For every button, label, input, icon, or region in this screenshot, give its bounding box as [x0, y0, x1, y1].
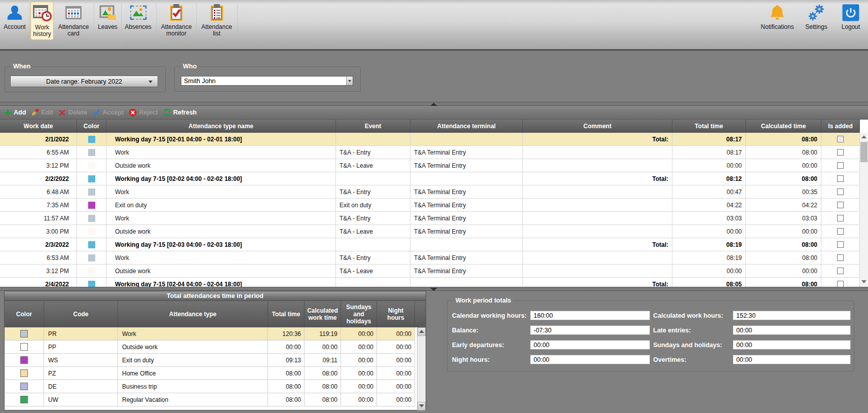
grid-header-cell[interactable]: Work date [0, 120, 77, 133]
grid-header-cell[interactable]: Attendance terminal [410, 120, 523, 133]
bottom-splitter[interactable] [0, 287, 868, 291]
grid-row[interactable]: 2/1/2022Working day 7-15 [02-01 04:00 - … [0, 133, 860, 146]
totals-field-input[interactable]: 00:00 [733, 355, 851, 364]
is-added-checkbox[interactable] [837, 215, 844, 221]
summary-cell-sundays: 00:00 [341, 380, 377, 393]
toolbar-button-leaves[interactable]: Leaves [95, 2, 121, 40]
totals-field-label: Early departures: [452, 342, 504, 349]
summary-cell-type: Home Office [118, 367, 268, 380]
is-added-checkbox[interactable] [837, 149, 844, 156]
when-label: When [11, 63, 32, 70]
summary-header-cell[interactable]: Code [44, 301, 118, 327]
grid-header-cell[interactable]: Total time [672, 120, 746, 133]
work-period-totals-label: Work period totals [454, 297, 513, 304]
is-added-checkbox[interactable] [837, 228, 844, 235]
summary-header-cell[interactable]: Color [5, 301, 44, 327]
summary-header-cell[interactable]: Attendance type [118, 301, 268, 327]
color-swatch [88, 175, 95, 182]
summary-row[interactable]: UW Regular Vacation 08:00 08:00 00:00 00… [5, 393, 415, 406]
reject-button[interactable]: Reject [127, 107, 160, 118]
combo-dropdown-button[interactable] [346, 77, 353, 85]
grid-header-row: Work dateColorAttendance type nameEventA… [0, 120, 860, 133]
grid-row[interactable]: 6:55 AMWorkT&A - EntryT&A Terminal Entry… [0, 146, 860, 159]
is-added-checkbox[interactable] [837, 241, 844, 248]
toolbar-button-label: Logout [836, 24, 866, 30]
scroll-down-button[interactable] [860, 278, 868, 286]
summary-header-cell[interactable]: Calculatedwork time [305, 301, 341, 327]
grid-row[interactable]: 2/2/2022Working day 7-15 [02-02 04:00 - … [0, 172, 860, 185]
grid-cell-added [821, 185, 860, 198]
collapse-down-icon[interactable] [430, 288, 437, 291]
add-button[interactable]: Add [2, 107, 27, 118]
grid-cell-term: T&A Terminal Entry [410, 225, 523, 238]
scroll-down-button[interactable] [418, 402, 426, 410]
is-added-checkbox[interactable] [837, 162, 844, 169]
grid-cell-comment: Total: [523, 133, 672, 145]
is-added-checkbox[interactable] [837, 281, 844, 287]
is-added-checkbox[interactable] [837, 136, 844, 142]
grid-header-cell[interactable]: Calculated time [746, 120, 821, 133]
grid-row[interactable]: 11:57 AMWorkT&A - EntryT&A Terminal Entr… [0, 212, 860, 225]
toolbar-separator [156, 0, 157, 48]
toolbar-button-notifications[interactable]: Notifications [757, 2, 798, 40]
totals-field-input[interactable]: 00:00 [530, 340, 650, 350]
totals-field-input[interactable]: 00:00 [733, 340, 851, 350]
grid-row[interactable]: 3:12 PMOutside workT&A - LeaveT&A Termin… [0, 159, 860, 172]
grid-cell-date: 2/3/2022 [0, 238, 77, 251]
toolbar-button-absences[interactable]: Absences [122, 2, 155, 40]
grid-row[interactable]: 2/3/2022Working day 7-15 [02-03 04:00 - … [0, 238, 860, 251]
totals-field-input[interactable]: 00:00 [530, 355, 650, 364]
totals-field-input[interactable]: -07:30 [530, 325, 650, 335]
totals-field-label: Late entries: [653, 327, 691, 334]
scrollbar-thumb[interactable] [860, 142, 867, 162]
accept-button[interactable]: Accept [91, 107, 125, 118]
summary-cell-type: Business trip [118, 380, 268, 393]
toolbar-button-attendance-monitor[interactable]: Attendance monitor [157, 2, 196, 40]
delete-button[interactable]: Delete [57, 107, 89, 118]
is-added-checkbox[interactable] [837, 268, 844, 274]
grid-cell-term: T&A Terminal Entry [410, 199, 523, 211]
grid-header-cell[interactable]: Comment [523, 120, 672, 133]
summary-header-cell[interactable]: Total time [268, 301, 305, 327]
summary-row[interactable]: WS Exit on duty 09:13 09:11 00:00 00:00 [5, 354, 415, 367]
grid-cell-calc: 00:00 [746, 159, 821, 172]
grid-header-cell[interactable]: Color [77, 120, 106, 133]
grid-header-cell[interactable]: Attendance type name [106, 120, 336, 133]
grid-row[interactable]: 3:12 PMOutside workT&A - LeaveT&A Termin… [0, 265, 860, 278]
summary-row[interactable]: PZ Home Office 08:00 08:00 00:00 00:00 [5, 367, 415, 380]
summary-header-cell[interactable]: Nighthours [377, 301, 415, 327]
grid-row[interactable]: 6:53 AMWorkT&A - EntryT&A Terminal Entry… [0, 251, 860, 265]
grid-row[interactable]: 7:35 AMExit on dutyExit on dutyT&A Termi… [0, 199, 860, 212]
summary-row[interactable]: PP Outside work 00:00 00:00 00:00 00:00 [5, 341, 415, 354]
is-added-checkbox[interactable] [837, 202, 844, 208]
totals-field-input[interactable]: 160:00 [530, 311, 650, 320]
summary-header-cell[interactable]: Sundaysandholidays [341, 301, 377, 327]
toolbar-button-logout[interactable]: Logout [836, 2, 866, 40]
grid-header-cell[interactable]: Event [336, 120, 410, 133]
top-splitter[interactable] [0, 102, 868, 106]
toolbar-button-attendance-card[interactable]: Attendance card [54, 2, 93, 40]
totals-field-input[interactable]: 00:00 [733, 325, 851, 335]
date-range-dropdown[interactable]: Date range: February 2022 [10, 76, 158, 87]
toolbar-button-account[interactable]: Account [2, 2, 27, 40]
is-added-checkbox[interactable] [837, 189, 844, 195]
grid-vertical-scrollbar[interactable] [860, 120, 868, 287]
toolbar-button-settings[interactable]: Settings [801, 2, 832, 40]
is-added-checkbox[interactable] [837, 254, 844, 261]
scroll-up-button[interactable] [860, 133, 868, 141]
toolbar-button-work-history[interactable]: Work history [30, 2, 54, 40]
grid-row[interactable]: 3:00 PMOutside workT&A - LeaveT&A Termin… [0, 225, 860, 238]
summary-row[interactable]: DE Business trip 08:00 08:00 00:00 00:00 [5, 380, 415, 393]
is-added-checkbox[interactable] [837, 175, 844, 182]
employee-combobox[interactable]: Smith John [181, 76, 353, 86]
grid-row[interactable]: 2/4/2022Working day 7-15 [02-04 04:00 - … [0, 278, 860, 287]
grid-header-cell[interactable]: Is added [821, 120, 860, 133]
toolbar-button-attendance-list[interactable]: Attendance list [197, 2, 236, 40]
summary-vertical-scrollbar[interactable] [417, 327, 426, 410]
summary-row[interactable]: PR Work 120:36 119:19 00:00 00:00 [5, 327, 415, 341]
edit-button[interactable]: Edit [29, 107, 55, 118]
grid-row[interactable]: 6:48 AMWorkT&A - EntryT&A Terminal Entry… [0, 185, 860, 199]
refresh-button[interactable]: Refresh [162, 107, 199, 118]
scroll-up-button[interactable] [418, 327, 426, 336]
totals-field-input[interactable]: 152:30 [733, 311, 851, 320]
